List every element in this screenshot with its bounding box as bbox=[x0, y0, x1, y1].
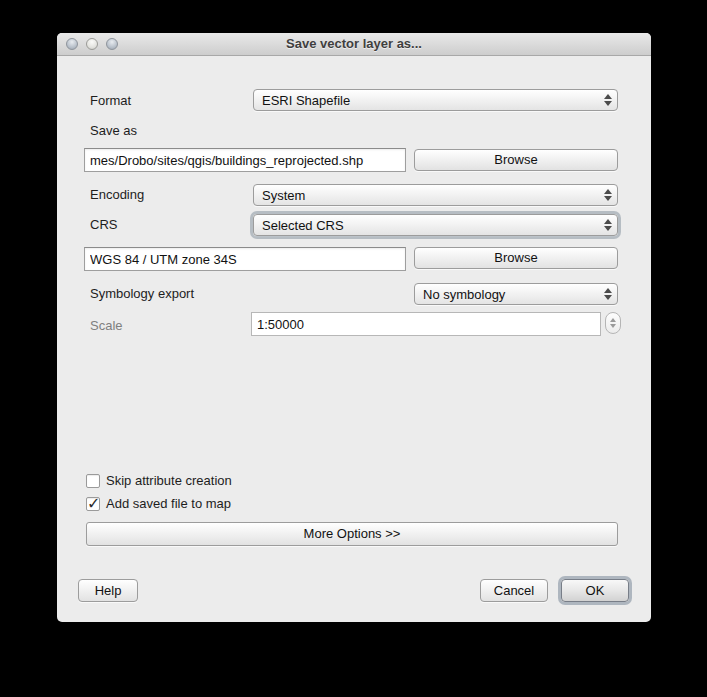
scale-label: Scale bbox=[90, 318, 123, 333]
help-button[interactable]: Help bbox=[78, 579, 138, 602]
encoding-value: System bbox=[254, 188, 599, 203]
save-as-path-input[interactable] bbox=[84, 148, 406, 172]
crs-dropdown[interactable]: Selected CRS bbox=[253, 214, 618, 236]
ok-button[interactable]: OK bbox=[561, 579, 629, 602]
checkmark-icon: ✓ bbox=[87, 494, 100, 513]
stepper-up-icon[interactable] bbox=[610, 318, 616, 322]
scale-input[interactable] bbox=[251, 312, 601, 336]
save-vector-layer-dialog: Save vector layer as... Format ESRI Shap… bbox=[57, 33, 651, 622]
symbology-export-label: Symbology export bbox=[90, 286, 194, 301]
crs-browse-button[interactable]: Browse bbox=[414, 247, 618, 269]
crs-selected-input[interactable] bbox=[84, 247, 406, 271]
skip-attribute-creation-label: Skip attribute creation bbox=[106, 473, 232, 488]
encoding-dropdown[interactable]: System bbox=[253, 184, 618, 206]
skip-attribute-creation-checkbox[interactable] bbox=[86, 474, 100, 488]
format-value: ESRI Shapefile bbox=[254, 93, 599, 108]
crs-label: CRS bbox=[90, 217, 117, 232]
encoding-label: Encoding bbox=[90, 187, 144, 202]
crs-value: Selected CRS bbox=[254, 218, 599, 233]
chevron-up-down-icon bbox=[599, 189, 617, 201]
format-dropdown[interactable]: ESRI Shapefile bbox=[253, 89, 618, 111]
symbology-value: No symbology bbox=[415, 287, 599, 302]
chevron-up-down-icon bbox=[599, 219, 617, 231]
window-title: Save vector layer as... bbox=[57, 36, 651, 51]
add-saved-file-label: Add saved file to map bbox=[106, 496, 231, 511]
format-label: Format bbox=[90, 93, 131, 108]
save-as-browse-button[interactable]: Browse bbox=[414, 149, 618, 171]
save-as-label: Save as bbox=[90, 123, 137, 138]
add-saved-file-checkbox[interactable]: ✓ bbox=[86, 497, 100, 511]
cancel-button[interactable]: Cancel bbox=[480, 579, 548, 602]
skip-attribute-creation-row[interactable]: Skip attribute creation bbox=[86, 473, 232, 488]
chevron-up-down-icon bbox=[599, 288, 617, 300]
stepper-down-icon[interactable] bbox=[610, 324, 616, 328]
scale-stepper[interactable] bbox=[605, 312, 621, 334]
add-saved-file-row[interactable]: ✓ Add saved file to map bbox=[86, 496, 231, 511]
more-options-button[interactable]: More Options >> bbox=[86, 522, 618, 546]
titlebar[interactable]: Save vector layer as... bbox=[57, 33, 651, 56]
symbology-dropdown[interactable]: No symbology bbox=[414, 283, 618, 305]
chevron-up-down-icon bbox=[599, 94, 617, 106]
